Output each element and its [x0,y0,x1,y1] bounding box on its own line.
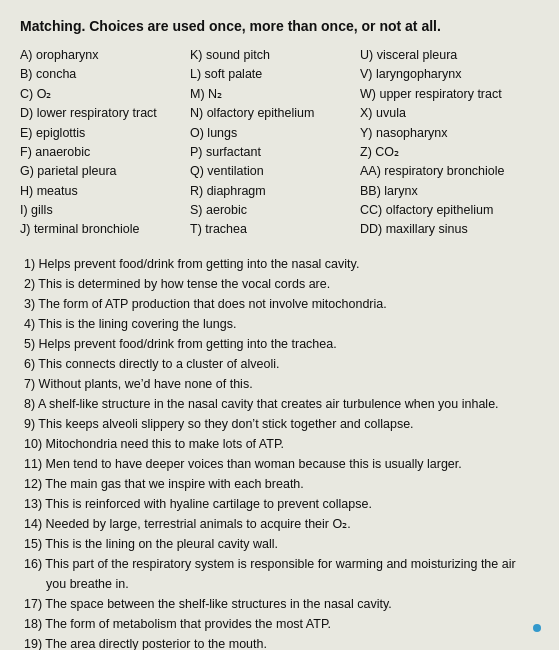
choice-item: I) gills [20,201,190,220]
choice-item: D) lower respiratory tract [20,104,190,123]
choice-item: N) olfactory epithelium [190,104,360,123]
choice-item: X) uvula [360,104,540,123]
question-item: 5) Helps prevent food/drink from getting… [24,334,539,354]
choices-col3: U) visceral pleuraV) laryngopharynxW) up… [360,46,540,240]
choice-item: K) sound pitch [190,46,360,65]
choice-item: R) diaphragm [190,182,360,201]
choice-item: BB) larynx [360,182,540,201]
choice-item: T) trachea [190,220,360,239]
choice-item: F) anaerobic [20,143,190,162]
question-item: 16) This part of the respiratory system … [24,554,539,594]
choices-col2: K) sound pitchL) soft palateM) N₂N) olfa… [190,46,360,240]
choices-col1: A) oropharynxB) conchaC) O₂D) lower resp… [20,46,190,240]
choice-item: H) meatus [20,182,190,201]
question-item: 18) The form of metabolism that provides… [24,614,539,634]
question-item: 11) Men tend to have deeper voices than … [24,454,539,474]
choices-grid: A) oropharynxB) conchaC) O₂D) lower resp… [20,46,539,240]
choice-item: Y) nasopharynx [360,124,540,143]
choice-item: G) parietal pleura [20,162,190,181]
question-item: 7) Without plants, we’d have none of thi… [24,374,539,394]
choice-item: DD) maxillary sinus [360,220,540,239]
question-item: 13) This is reinforced with hyaline cart… [24,494,539,514]
question-item: 19) The area directly posterior to the m… [24,634,539,650]
question-item: 4) This is the lining covering the lungs… [24,314,539,334]
question-item: 6) This connects directly to a cluster o… [24,354,539,374]
choice-item: P) surfactant [190,143,360,162]
choice-item: Z) CO₂ [360,143,540,162]
question-item: 14) Needed by large, terrestrial animals… [24,514,539,534]
question-item: 17) The space between the shelf-like str… [24,594,539,614]
page-title: Matching. Choices are used once, more th… [20,18,539,34]
choice-item: C) O₂ [20,85,190,104]
question-item: 3) The form of ATP production that does … [24,294,539,314]
question-item: 8) A shelf-like structure in the nasal c… [24,394,539,414]
choice-item: A) oropharynx [20,46,190,65]
choice-item: J) terminal bronchiole [20,220,190,239]
choice-item: Q) ventilation [190,162,360,181]
choice-item: AA) respiratory bronchiole [360,162,540,181]
choice-item: CC) olfactory epithelium [360,201,540,220]
questions-section: 1) Helps prevent food/drink from getting… [20,254,539,650]
question-item: 9) This keeps alveoli slippery so they d… [24,414,539,434]
choice-item: V) laryngopharynx [360,65,540,84]
dot-indicator [533,624,541,632]
choice-item: B) concha [20,65,190,84]
question-item: 2) This is determined by how tense the v… [24,274,539,294]
question-item: 10) Mitochondria need this to make lots … [24,434,539,454]
choice-item: E) epiglottis [20,124,190,143]
choice-item: S) aerobic [190,201,360,220]
question-item: 1) Helps prevent food/drink from getting… [24,254,539,274]
choice-item: W) upper respiratory tract [360,85,540,104]
choice-item: M) N₂ [190,85,360,104]
choice-item: L) soft palate [190,65,360,84]
choice-item: O) lungs [190,124,360,143]
choice-item: U) visceral pleura [360,46,540,65]
question-item: 15) This is the lining on the pleural ca… [24,534,539,554]
question-item: 12) The main gas that we inspire with ea… [24,474,539,494]
